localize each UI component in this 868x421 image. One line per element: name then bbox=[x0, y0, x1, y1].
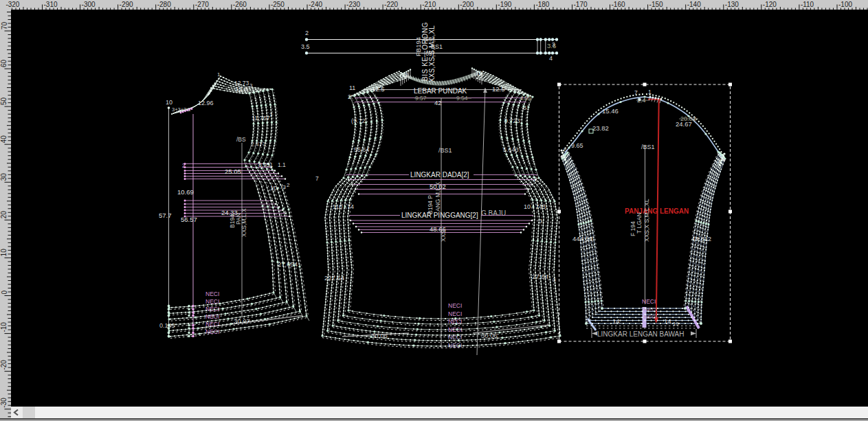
svg-text:2: 2 bbox=[287, 182, 290, 188]
svg-text:-110: -110 bbox=[801, 1, 814, 8]
svg-text:24.67: 24.67 bbox=[676, 120, 692, 128]
svg-text:-300: -300 bbox=[82, 1, 96, 8]
svg-text:12.96: 12.96 bbox=[198, 100, 214, 106]
svg-text:3+3+3.2: 3+3+3.2 bbox=[172, 106, 191, 113]
svg-text:PANJANG LENGAN: PANJANG LENGAN bbox=[625, 207, 689, 215]
svg-text:-220: -220 bbox=[384, 1, 398, 8]
svg-text:10: 10 bbox=[524, 203, 531, 210]
svg-text:57.7: 57.7 bbox=[159, 212, 172, 219]
svg-text:-20: -20 bbox=[1, 360, 8, 370]
svg-text:25.05: 25.05 bbox=[225, 168, 241, 175]
svg-text:/BS1: /BS1 bbox=[641, 144, 655, 150]
svg-text:7: 7 bbox=[634, 89, 638, 96]
svg-text:-260: -260 bbox=[233, 1, 247, 8]
svg-text:3: 3 bbox=[552, 41, 555, 48]
svg-text:NECI: NECI bbox=[205, 291, 219, 297]
svg-text:-100: -100 bbox=[838, 1, 852, 8]
svg-text:-170: -170 bbox=[574, 1, 588, 8]
svg-text:-140: -140 bbox=[687, 1, 701, 8]
svg-text:23.82: 23.82 bbox=[592, 124, 609, 132]
svg-text:XXS,M,L,X: XXS,M,L,X bbox=[241, 208, 247, 237]
svg-text:4: 4 bbox=[549, 55, 553, 62]
svg-text:/BS1: /BS1 bbox=[438, 147, 452, 154]
svg-text:745: 745 bbox=[535, 203, 546, 210]
svg-text:XXS,X S,M,L,XL: XXS,X S,M,L,XL bbox=[643, 198, 650, 242]
svg-text:B194 P: B194 P bbox=[427, 195, 434, 214]
svg-text:0.145: 0.145 bbox=[159, 322, 175, 329]
svg-text:LINGKAR DADA[2]: LINGKAR DADA[2] bbox=[410, 171, 469, 179]
svg-text:NECI: NECI bbox=[644, 314, 657, 320]
svg-text:-230: -230 bbox=[346, 1, 360, 8]
svg-text:9.65: 9.65 bbox=[571, 142, 583, 149]
svg-text:/BS: /BS bbox=[236, 136, 246, 143]
svg-text:ANG M,L,X: ANG M,L,X bbox=[434, 182, 441, 212]
svg-text:56.57: 56.57 bbox=[181, 216, 197, 223]
svg-text:-150: -150 bbox=[649, 1, 663, 8]
svg-text:-280: -280 bbox=[157, 1, 171, 8]
svg-text:30: 30 bbox=[1, 173, 8, 181]
svg-text:7: 7 bbox=[315, 175, 319, 182]
svg-text:-130: -130 bbox=[725, 1, 739, 8]
svg-text:LEBAR PUNDAK: LEBAR PUNDAK bbox=[414, 87, 467, 95]
svg-text:20: 20 bbox=[1, 211, 8, 219]
svg-text:-250: -250 bbox=[271, 1, 285, 8]
svg-text:(9.72: (9.72 bbox=[351, 117, 366, 124]
svg-text:BS1: BS1 bbox=[431, 43, 443, 50]
svg-text:10: 10 bbox=[1, 249, 8, 257]
svg-text:60: 60 bbox=[1, 60, 8, 68]
svg-text:-10: -10 bbox=[1, 322, 8, 332]
svg-text:12.5: 12.5 bbox=[492, 85, 505, 93]
svg-text:NECI: NECI bbox=[448, 326, 462, 333]
svg-text:-320: -320 bbox=[5, 1, 19, 8]
svg-text:42: 42 bbox=[434, 99, 442, 106]
svg-text:NECI: NECI bbox=[205, 306, 219, 312]
svg-text:110: 110 bbox=[333, 203, 342, 210]
svg-text:G BAJU: G BAJU bbox=[481, 209, 506, 217]
svg-text:1.1: 1.1 bbox=[278, 161, 286, 168]
svg-text:NECI: NECI bbox=[205, 298, 219, 305]
svg-text:-310: -310 bbox=[44, 1, 58, 8]
svg-text:12.5: 12.5 bbox=[235, 85, 248, 93]
svg-text:74: 74 bbox=[347, 203, 354, 210]
svg-text:NECI: NECI bbox=[642, 298, 656, 305]
svg-text:NECI: NECI bbox=[448, 302, 462, 309]
svg-text:50: 50 bbox=[1, 98, 8, 106]
svg-text:10: 10 bbox=[166, 99, 173, 106]
svg-text:-200: -200 bbox=[460, 1, 474, 8]
svg-text:40: 40 bbox=[1, 135, 8, 144]
svg-text:19: 19 bbox=[673, 321, 678, 327]
svg-text:2: 2 bbox=[693, 115, 696, 122]
svg-text:-120: -120 bbox=[763, 1, 777, 8]
svg-text:-210: -210 bbox=[422, 1, 436, 8]
svg-text:-240: -240 bbox=[309, 1, 322, 8]
svg-text:-190: -190 bbox=[498, 1, 511, 8]
svg-text:10.69: 10.69 bbox=[177, 188, 194, 196]
svg-text:2.477: 2.477 bbox=[251, 141, 266, 148]
svg-text:3.5: 3.5 bbox=[301, 43, 310, 50]
svg-text:10: 10 bbox=[270, 185, 277, 192]
svg-text:0: 0 bbox=[1, 291, 8, 295]
svg-text:9.54: 9.54 bbox=[456, 95, 468, 102]
svg-text:-180: -180 bbox=[535, 1, 549, 8]
svg-text:NECI: NECI bbox=[448, 310, 462, 317]
svg-text:XXS: XXS bbox=[440, 230, 447, 242]
svg-text:2: 2 bbox=[305, 30, 309, 36]
svg-text:-270: -270 bbox=[195, 1, 209, 8]
svg-text:[65]: [65] bbox=[424, 50, 434, 57]
svg-text:-30: -30 bbox=[1, 398, 8, 408]
svg-text:-160: -160 bbox=[612, 1, 625, 8]
svg-text:70: 70 bbox=[1, 21, 8, 30]
svg-text:15.46: 15.46 bbox=[602, 107, 619, 115]
svg-text:1: 1 bbox=[648, 89, 652, 95]
svg-text:3: 3 bbox=[539, 218, 542, 225]
svg-text:6: 6 bbox=[564, 146, 567, 153]
svg-text:-290: -290 bbox=[120, 1, 133, 8]
svg-text:[65]: [65] bbox=[424, 36, 434, 43]
svg-text:LINGKAR LENGAN BAWAH: LINGKAR LENGAN BAWAH bbox=[597, 330, 685, 338]
svg-text:T LGAN: T LGAN bbox=[636, 212, 643, 234]
svg-text:LINGKAR PINGGANG[2]: LINGKAR PINGGANG[2] bbox=[401, 212, 478, 219]
svg-text:4.55: 4.55 bbox=[520, 95, 531, 102]
svg-text:11: 11 bbox=[349, 84, 355, 91]
svg-text:NECI: NECI bbox=[448, 334, 462, 341]
